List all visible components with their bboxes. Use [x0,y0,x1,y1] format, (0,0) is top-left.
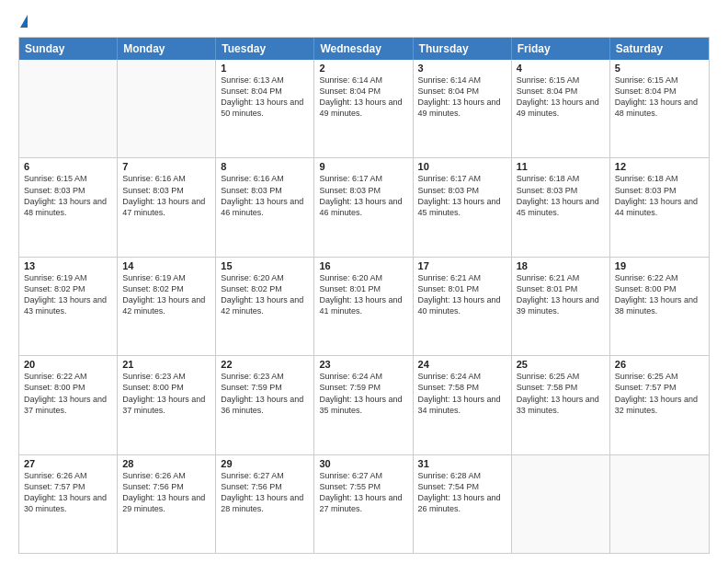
day-number: 19 [615,260,704,271]
cal-cell: 16Sunrise: 6:20 AM Sunset: 8:01 PM Dayli… [314,258,413,355]
cell-text: Sunrise: 6:17 AM Sunset: 8:03 PM Dayligh… [418,173,506,218]
day-number: 1 [221,63,309,74]
day-number: 4 [517,63,605,74]
week-row-1: 1Sunrise: 6:13 AM Sunset: 8:04 PM Daylig… [19,60,709,157]
cal-cell: 2Sunrise: 6:14 AM Sunset: 8:04 PM Daylig… [314,60,413,157]
logo [18,15,28,29]
cell-text: Sunrise: 6:18 AM Sunset: 8:03 PM Dayligh… [517,173,605,218]
day-number: 23 [319,359,407,370]
day-number: 15 [221,260,309,271]
day-number: 24 [418,359,506,370]
week-row-3: 13Sunrise: 6:19 AM Sunset: 8:02 PM Dayli… [19,257,709,355]
cal-cell: 14Sunrise: 6:19 AM Sunset: 8:02 PM Dayli… [118,258,216,355]
header-day-tuesday: Tuesday [216,38,314,60]
cell-text: Sunrise: 6:21 AM Sunset: 8:01 PM Dayligh… [517,272,605,317]
calendar: SundayMondayTuesdayWednesdayThursdayFrid… [18,37,710,554]
week-row-4: 20Sunrise: 6:22 AM Sunset: 8:00 PM Dayli… [19,355,709,454]
cal-cell [610,455,709,553]
cal-cell: 25Sunrise: 6:25 AM Sunset: 7:58 PM Dayli… [512,356,610,454]
day-number: 9 [319,161,407,172]
cal-cell: 31Sunrise: 6:28 AM Sunset: 7:54 PM Dayli… [414,455,512,553]
cell-text: Sunrise: 6:22 AM Sunset: 8:00 PM Dayligh… [24,371,112,416]
day-number: 21 [122,359,210,370]
day-number: 2 [319,63,407,74]
week-row-5: 27Sunrise: 6:26 AM Sunset: 7:57 PM Dayli… [19,454,709,553]
cal-cell: 30Sunrise: 6:27 AM Sunset: 7:55 PM Dayli… [314,455,413,553]
cal-cell: 13Sunrise: 6:19 AM Sunset: 8:02 PM Dayli… [19,258,118,355]
day-number: 7 [122,161,210,172]
cell-text: Sunrise: 6:15 AM Sunset: 8:04 PM Dayligh… [615,75,704,120]
header-day-sunday: Sunday [19,38,118,60]
cell-text: Sunrise: 6:14 AM Sunset: 8:04 PM Dayligh… [418,75,506,120]
day-number: 5 [615,63,704,74]
cal-cell: 1Sunrise: 6:13 AM Sunset: 8:04 PM Daylig… [216,60,314,157]
header-day-wednesday: Wednesday [314,38,413,60]
header-day-friday: Friday [512,38,610,60]
day-number: 14 [122,260,210,271]
day-number: 6 [24,161,112,172]
cal-cell: 9Sunrise: 6:17 AM Sunset: 8:03 PM Daylig… [314,158,413,256]
cell-text: Sunrise: 6:21 AM Sunset: 8:01 PM Dayligh… [418,272,506,317]
day-number: 30 [319,458,407,469]
logo-triangle-icon [20,15,28,28]
week-row-2: 6Sunrise: 6:15 AM Sunset: 8:03 PM Daylig… [19,157,709,256]
cal-cell: 23Sunrise: 6:24 AM Sunset: 7:59 PM Dayli… [314,356,413,454]
header-day-saturday: Saturday [610,38,709,60]
cell-text: Sunrise: 6:15 AM Sunset: 8:03 PM Dayligh… [24,173,112,218]
cell-text: Sunrise: 6:17 AM Sunset: 8:03 PM Dayligh… [319,173,407,218]
day-number: 22 [221,359,309,370]
cell-text: Sunrise: 6:16 AM Sunset: 8:03 PM Dayligh… [221,173,309,218]
cell-text: Sunrise: 6:25 AM Sunset: 7:58 PM Dayligh… [517,371,605,416]
cal-cell: 26Sunrise: 6:25 AM Sunset: 7:57 PM Dayli… [610,356,709,454]
cell-text: Sunrise: 6:28 AM Sunset: 7:54 PM Dayligh… [418,470,506,515]
day-number: 18 [517,260,605,271]
cal-cell: 17Sunrise: 6:21 AM Sunset: 8:01 PM Dayli… [414,258,512,355]
day-number: 26 [615,359,704,370]
cal-cell [512,455,610,553]
cell-text: Sunrise: 6:20 AM Sunset: 8:02 PM Dayligh… [221,272,309,317]
cell-text: Sunrise: 6:16 AM Sunset: 8:03 PM Dayligh… [122,173,210,218]
cal-cell: 10Sunrise: 6:17 AM Sunset: 8:03 PM Dayli… [414,158,512,256]
cal-cell: 19Sunrise: 6:22 AM Sunset: 8:00 PM Dayli… [610,258,709,355]
day-number: 31 [418,458,506,469]
header [18,15,710,29]
cal-cell: 3Sunrise: 6:14 AM Sunset: 8:04 PM Daylig… [414,60,512,157]
cal-cell: 11Sunrise: 6:18 AM Sunset: 8:03 PM Dayli… [512,158,610,256]
day-number: 13 [24,260,112,271]
cal-cell: 12Sunrise: 6:18 AM Sunset: 8:03 PM Dayli… [610,158,709,256]
day-number: 28 [122,458,210,469]
cell-text: Sunrise: 6:14 AM Sunset: 8:04 PM Dayligh… [319,75,407,120]
day-number: 11 [517,161,605,172]
day-number: 29 [221,458,309,469]
cell-text: Sunrise: 6:18 AM Sunset: 8:03 PM Dayligh… [615,173,704,218]
cal-cell: 27Sunrise: 6:26 AM Sunset: 7:57 PM Dayli… [19,455,118,553]
cell-text: Sunrise: 6:23 AM Sunset: 8:00 PM Dayligh… [122,371,210,416]
cal-cell: 6Sunrise: 6:15 AM Sunset: 8:03 PM Daylig… [19,158,118,256]
cell-text: Sunrise: 6:20 AM Sunset: 8:01 PM Dayligh… [319,272,407,317]
cal-cell: 7Sunrise: 6:16 AM Sunset: 8:03 PM Daylig… [118,158,216,256]
cell-text: Sunrise: 6:27 AM Sunset: 7:56 PM Dayligh… [221,470,309,515]
day-number: 27 [24,458,112,469]
day-number: 25 [517,359,605,370]
cell-text: Sunrise: 6:19 AM Sunset: 8:02 PM Dayligh… [122,272,210,317]
header-day-thursday: Thursday [414,38,512,60]
cal-cell: 4Sunrise: 6:15 AM Sunset: 8:04 PM Daylig… [512,60,610,157]
cell-text: Sunrise: 6:23 AM Sunset: 7:59 PM Dayligh… [221,371,309,416]
day-number: 8 [221,161,309,172]
cal-cell [118,60,216,157]
cell-text: Sunrise: 6:26 AM Sunset: 7:56 PM Dayligh… [122,470,210,515]
cell-text: Sunrise: 6:24 AM Sunset: 7:59 PM Dayligh… [319,371,407,416]
day-number: 12 [615,161,704,172]
cal-cell: 22Sunrise: 6:23 AM Sunset: 7:59 PM Dayli… [216,356,314,454]
cal-cell: 18Sunrise: 6:21 AM Sunset: 8:01 PM Dayli… [512,258,610,355]
cal-cell: 21Sunrise: 6:23 AM Sunset: 8:00 PM Dayli… [118,356,216,454]
cell-text: Sunrise: 6:25 AM Sunset: 7:57 PM Dayligh… [615,371,704,416]
calendar-body: 1Sunrise: 6:13 AM Sunset: 8:04 PM Daylig… [19,60,709,553]
day-number: 10 [418,161,506,172]
day-number: 3 [418,63,506,74]
cell-text: Sunrise: 6:27 AM Sunset: 7:55 PM Dayligh… [319,470,407,515]
cal-cell: 29Sunrise: 6:27 AM Sunset: 7:56 PM Dayli… [216,455,314,553]
cell-text: Sunrise: 6:15 AM Sunset: 8:04 PM Dayligh… [517,75,605,120]
day-number: 17 [418,260,506,271]
cell-text: Sunrise: 6:22 AM Sunset: 8:00 PM Dayligh… [615,272,704,317]
